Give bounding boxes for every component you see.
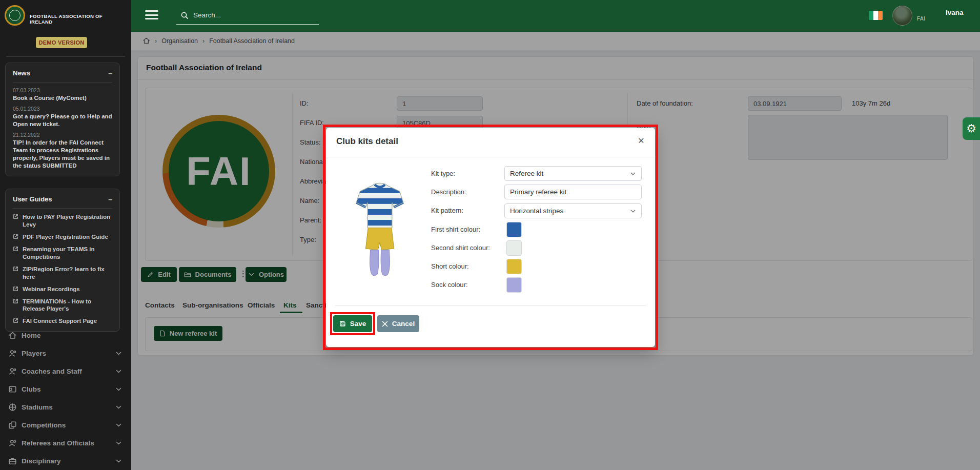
- chevron-down-icon: [115, 386, 122, 393]
- chevron-down-icon: [115, 350, 122, 357]
- sidebar-item-label: Home: [22, 332, 122, 339]
- ireland-flag-icon[interactable]: [869, 11, 883, 20]
- kit-pattern-value: Horizontal stripes: [510, 207, 563, 215]
- save-button-label: Save: [350, 320, 366, 328]
- fai-logo: [5, 5, 25, 26]
- demo-version-badge: DEMO VERSION: [36, 37, 87, 48]
- x-icon: [382, 321, 388, 327]
- news-collapse-button[interactable]: –: [108, 71, 112, 76]
- sidebar-nav: Home Players Coaches and Staff Clubs Sta…: [0, 326, 131, 470]
- guide-link[interactable]: ZIP/Region Error? learn to fix here: [13, 265, 112, 281]
- external-link-icon: [13, 234, 18, 239]
- sidebar-item-stadiums[interactable]: Stadiums: [0, 398, 131, 416]
- sidebar-item-referees-and-officials[interactable]: Referees and Officials: [0, 434, 131, 452]
- guide-link-label: PDF Player Registration Guide: [23, 233, 108, 241]
- external-link-icon: [13, 298, 18, 304]
- home-icon: [8, 331, 22, 340]
- news-item-date: 21.12.2022: [13, 132, 112, 138]
- cancel-button-label: Cancel: [392, 320, 415, 328]
- chevron-down-icon: [630, 208, 636, 214]
- kit-preview: [352, 179, 408, 284]
- sidebar-item-label: Disciplinary: [22, 457, 115, 465]
- competitions-icon: [8, 421, 22, 430]
- short-colour-label: Short colour:: [431, 262, 469, 270]
- news-item-date: 07.03.2023: [13, 87, 112, 93]
- chevron-down-icon: [115, 422, 122, 428]
- sidebar-item-disciplinary[interactable]: Disciplinary: [0, 452, 131, 470]
- sidebar-item-home[interactable]: Home: [0, 326, 131, 344]
- guide-link[interactable]: FAI Connect Support Page: [13, 317, 112, 325]
- clubs-icon: [8, 385, 22, 394]
- search-input[interactable]: [193, 11, 306, 19]
- sidebar-item-coaches-and-staff[interactable]: Coaches and Staff: [0, 362, 131, 380]
- search-bar[interactable]: [176, 6, 319, 25]
- chevron-down-icon: [115, 404, 122, 411]
- news-item[interactable]: 07.03.2023 Book a Course (MyComet): [13, 87, 112, 102]
- user-guides-title: User Guides: [13, 195, 52, 203]
- save-button[interactable]: Save: [333, 315, 372, 332]
- coaches-icon: [8, 367, 22, 376]
- sidebar-item-clubs[interactable]: Clubs: [0, 380, 131, 398]
- second-shirt-colour-label: Second shirt colour:: [431, 244, 490, 252]
- external-link-icon: [13, 286, 18, 292]
- hamburger-menu-button[interactable]: [145, 10, 158, 22]
- kit-pattern-select[interactable]: Horizontal stripes: [504, 203, 642, 218]
- chevron-down-icon: [115, 440, 122, 446]
- news-item[interactable]: 21.12.2022 TIP! In order for the FAI Con…: [13, 132, 112, 170]
- cancel-button[interactable]: Cancel: [377, 315, 419, 332]
- first-shirt-colour-swatch[interactable]: [506, 222, 522, 237]
- search-icon: [180, 11, 189, 19]
- brand-title: FOOTBALL ASSOCIATION OF IRELAND: [30, 13, 122, 25]
- news-item[interactable]: 05.01.2023 Got a query? Please go to Hel…: [13, 106, 112, 128]
- news-panel-title: News: [13, 69, 30, 77]
- external-link-icon: [13, 318, 18, 323]
- modal-title: Club kits detail: [336, 136, 398, 147]
- guide-link[interactable]: How to PAY Player Registration Levy: [13, 213, 112, 229]
- sidebar-item-competitions[interactable]: Competitions: [0, 416, 131, 434]
- news-item-title: TIP! In order for the FAI Connect Team t…: [13, 139, 112, 170]
- chevron-down-icon: [630, 171, 636, 177]
- chevron-down-icon: [115, 458, 122, 464]
- players-icon: [8, 349, 22, 358]
- guide-link-label: How to PAY Player Registration Levy: [23, 213, 112, 229]
- disciplinary-icon: [8, 457, 22, 465]
- settings-gear-button[interactable]: ⚙: [963, 117, 980, 140]
- username[interactable]: Ivana: [946, 9, 964, 16]
- description-input[interactable]: [504, 185, 642, 199]
- guide-link[interactable]: Webinar Recordings: [13, 285, 112, 293]
- first-shirt-colour-label: First shirt colour:: [431, 226, 480, 233]
- sidebar-divider: [6, 56, 125, 57]
- club-kits-modal: Club kits detail × Kit type: Referee kit…: [326, 128, 655, 347]
- sidebar-item-label: Stadiums: [22, 403, 115, 411]
- save-icon: [339, 320, 346, 327]
- brand-bar: FOOTBALL ASSOCIATION OF IRELAND: [0, 0, 131, 32]
- guide-link-label: TERMINATIONs - How to Release Player's: [23, 298, 112, 313]
- close-icon: ×: [638, 134, 644, 147]
- sidebar-item-players[interactable]: Players: [0, 344, 131, 362]
- avatar-caption: FAI: [917, 16, 926, 22]
- chevron-down-icon: [115, 368, 122, 375]
- kit-type-select[interactable]: Referee kit: [504, 166, 642, 181]
- user-guides-collapse-button[interactable]: –: [108, 197, 112, 202]
- guide-link-label: FAI Connect Support Page: [23, 317, 97, 325]
- guide-link[interactable]: Renaming your TEAMS in Competitions: [13, 246, 112, 261]
- sidebar-item-label: Competitions: [22, 421, 115, 429]
- user-avatar[interactable]: [892, 6, 912, 26]
- guide-link[interactable]: TERMINATIONs - How to Release Player's: [13, 298, 112, 313]
- gear-icon: ⚙: [966, 122, 976, 135]
- user-guides-panel: User Guides – How to PAY Player Registra…: [5, 189, 120, 332]
- guide-link-label: ZIP/Region Error? learn to fix here: [23, 265, 112, 281]
- kit-type-value: Referee kit: [510, 170, 543, 177]
- sock-colour-swatch[interactable]: [506, 277, 522, 293]
- kit-type-label: Kit type:: [431, 170, 455, 177]
- guide-link[interactable]: PDF Player Registration Guide: [13, 233, 112, 241]
- external-link-icon: [13, 214, 18, 219]
- sock-colour-label: Sock colour:: [431, 281, 468, 289]
- kit-pattern-label: Kit pattern:: [431, 207, 463, 214]
- modal-close-button[interactable]: ×: [635, 134, 648, 147]
- news-item-title: Got a query? Please go to Help and Open …: [13, 113, 112, 128]
- referees-icon: [8, 439, 22, 447]
- short-colour-swatch[interactable]: [506, 259, 522, 274]
- second-shirt-colour-swatch[interactable]: [506, 240, 522, 256]
- news-item-title: Book a Course (MyComet): [13, 94, 112, 102]
